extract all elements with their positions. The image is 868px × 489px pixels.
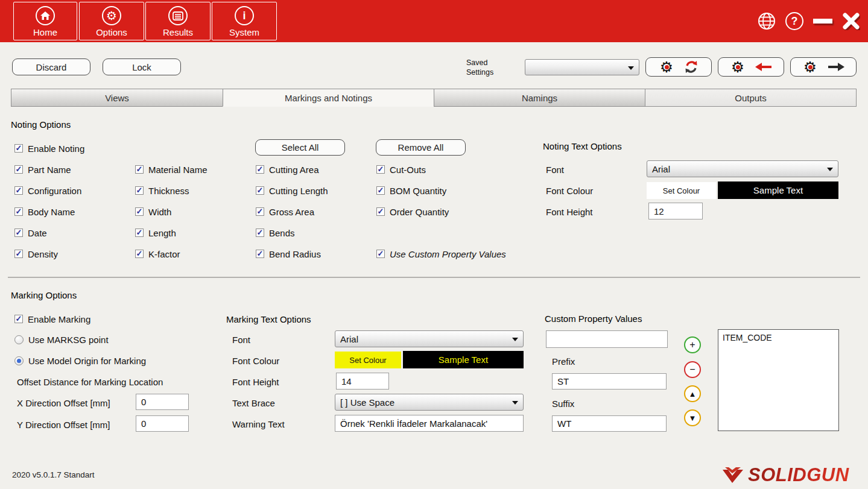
nav-system-button[interactable]: i System xyxy=(212,2,277,40)
checkbox-icon[interactable] xyxy=(135,250,144,258)
checkbox-configuration[interactable]: Configuration xyxy=(14,185,81,197)
globe-button[interactable] xyxy=(755,0,778,42)
marking-text-options-title: Marking Text Options xyxy=(226,314,311,324)
tab-outputs[interactable]: Outputs xyxy=(645,89,857,107)
noting-set-colour-button[interactable]: Set Colour xyxy=(647,182,716,199)
x-offset-input[interactable] xyxy=(136,394,189,410)
list-item[interactable]: ITEM_CODE xyxy=(723,333,834,342)
tab-views[interactable]: Views xyxy=(11,89,223,107)
text-brace-dropdown[interactable]: [ ] Use Space xyxy=(335,394,524,411)
nav-home-button[interactable]: Home xyxy=(13,2,77,40)
checkbox-date[interactable]: Date xyxy=(14,227,47,239)
noting-font-label: Font xyxy=(546,165,564,175)
marking-font-height-input[interactable] xyxy=(336,373,389,390)
checkbox-body-name[interactable]: Body Name xyxy=(14,206,75,218)
tab-namings[interactable]: Namings xyxy=(434,89,645,107)
checkbox-enable-noting[interactable]: Enable Noting xyxy=(14,142,84,154)
settings-forward-button[interactable]: ⚙ xyxy=(790,57,857,77)
checkbox-part-name[interactable]: Part Name xyxy=(14,163,71,175)
noting-font-dropdown[interactable]: Arial xyxy=(647,160,838,177)
solidgun-logo: SOLIDGUN xyxy=(721,464,849,486)
checkbox-thickness[interactable]: Thickness xyxy=(135,185,189,197)
marking-font-colour-label: Font Colour xyxy=(232,356,279,366)
checkbox-icon[interactable] xyxy=(376,186,385,195)
checkbox-icon[interactable] xyxy=(376,207,385,216)
checkbox-icon[interactable] xyxy=(256,165,264,174)
checkbox-icon[interactable] xyxy=(256,207,264,216)
nav-results-label: Results xyxy=(163,27,193,37)
checkbox-order-quantity[interactable]: Order Quantity xyxy=(376,206,449,218)
warning-text-label: Warning Text xyxy=(232,419,285,429)
checkbox-icon[interactable] xyxy=(14,229,23,237)
discard-button[interactable]: Discard xyxy=(12,58,90,75)
prefix-input[interactable] xyxy=(552,373,667,390)
checkbox-gross-area[interactable]: Gross Area xyxy=(256,206,314,218)
minimize-button[interactable] xyxy=(811,0,835,42)
checkbox-cutting-length[interactable]: Cutting Length xyxy=(256,185,328,197)
minus-icon: − xyxy=(689,365,695,374)
checkbox-icon[interactable] xyxy=(14,207,23,216)
checkbox-bom-quantity[interactable]: BOM Quantity xyxy=(376,185,446,197)
remove-property-button[interactable]: − xyxy=(684,361,701,378)
gear-icon: ⚙ xyxy=(102,6,121,25)
custom-property-values-title: Custom Property Values xyxy=(545,314,642,324)
custom-property-input[interactable] xyxy=(546,330,668,348)
checkbox-length[interactable]: Length xyxy=(135,227,176,239)
lock-button[interactable]: Lock xyxy=(103,58,181,75)
settings-back-button[interactable]: ⚙ xyxy=(718,57,784,77)
saved-settings-dropdown[interactable] xyxy=(525,59,639,75)
checkbox-icon[interactable] xyxy=(135,229,144,237)
checkbox-bends[interactable]: Bends xyxy=(256,227,295,239)
radio-use-marksg-point[interactable]: Use MARKSG point xyxy=(14,333,109,345)
radio-use-model-origin[interactable]: Use Model Origin for Marking xyxy=(14,355,146,367)
text-brace-label: Text Brace xyxy=(232,398,275,408)
gear-icon: ⚙ xyxy=(802,59,818,75)
checkbox-icon[interactable] xyxy=(14,186,23,195)
checkbox-enable-marking[interactable]: Enable Marking xyxy=(14,313,90,325)
plus-icon: + xyxy=(689,340,695,350)
checkbox-icon[interactable] xyxy=(135,165,144,174)
checkbox-icon[interactable] xyxy=(14,315,23,323)
checkbox-cutting-area[interactable]: Cutting Area xyxy=(256,163,319,175)
checkbox-k-factor[interactable]: K-factor xyxy=(135,248,180,260)
checkbox-bend-radius[interactable]: Bend Radius xyxy=(256,248,321,260)
select-all-button[interactable]: Select All xyxy=(255,139,345,156)
checkbox-icon[interactable] xyxy=(376,165,385,174)
suffix-label: Suffix xyxy=(552,399,574,409)
suffix-input[interactable] xyxy=(552,415,667,432)
nav-results-button[interactable]: Results xyxy=(145,2,211,40)
add-property-button[interactable]: + xyxy=(684,336,701,353)
checkbox-icon[interactable] xyxy=(256,186,264,195)
nav-options-button[interactable]: ⚙ Options xyxy=(79,2,144,40)
checkbox-width[interactable]: Width xyxy=(135,206,171,218)
help-button[interactable]: ? xyxy=(783,0,806,42)
move-up-button[interactable]: ▲ xyxy=(684,385,701,402)
checkbox-icon[interactable] xyxy=(135,207,144,216)
noting-font-height-input[interactable] xyxy=(648,203,703,219)
radio-icon[interactable] xyxy=(14,335,24,344)
move-down-button[interactable]: ▼ xyxy=(684,409,701,426)
checkbox-icon[interactable] xyxy=(256,250,264,258)
close-button[interactable] xyxy=(838,0,864,42)
checkbox-icon[interactable] xyxy=(376,250,385,258)
y-offset-input[interactable] xyxy=(136,415,189,432)
chevron-down-icon xyxy=(628,66,634,70)
settings-refresh-button[interactable]: ⚙ xyxy=(645,57,712,77)
marking-font-dropdown[interactable]: Arial xyxy=(335,330,524,347)
tab-markings-and-notings[interactable]: Markings and Notings xyxy=(223,89,434,107)
checkbox-icon[interactable] xyxy=(14,144,23,153)
warning-text-input[interactable] xyxy=(335,415,524,432)
remove-all-button[interactable]: Remove All xyxy=(376,139,466,156)
checkbox-icon[interactable] xyxy=(14,165,23,174)
checkbox-density[interactable]: Density xyxy=(14,248,58,260)
checkbox-cut-outs[interactable]: Cut-Outs xyxy=(376,163,426,175)
checkbox-icon[interactable] xyxy=(256,229,264,237)
custom-property-listbox[interactable]: ITEM_CODE xyxy=(718,329,839,431)
radio-icon[interactable] xyxy=(14,356,24,365)
checkbox-use-custom-property-values[interactable]: Use Custom Property Values xyxy=(376,248,506,260)
prefix-label: Prefix xyxy=(552,356,575,367)
checkbox-icon[interactable] xyxy=(14,250,23,258)
checkbox-icon[interactable] xyxy=(135,186,144,195)
marking-set-colour-button[interactable]: Set Colour xyxy=(335,352,401,368)
checkbox-material-name[interactable]: Material Name xyxy=(135,163,207,175)
